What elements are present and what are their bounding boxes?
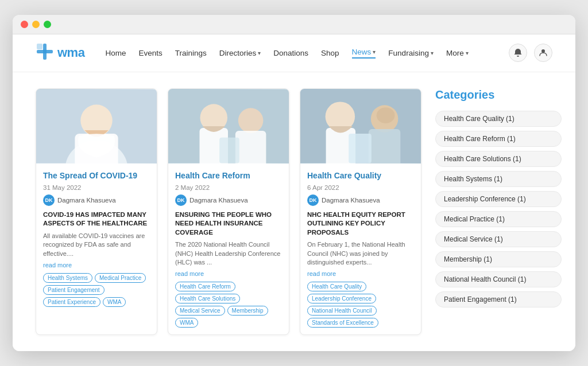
svg-rect-2	[37, 44, 42, 49]
nav-events[interactable]: Events	[138, 49, 162, 57]
svg-point-3	[541, 49, 545, 53]
user-profile-button[interactable]	[534, 44, 552, 62]
chevron-down-icon: ▾	[258, 50, 261, 56]
category-item[interactable]: Leadership Conference (1)	[435, 191, 562, 207]
article-title[interactable]: The Spread Of COVID-19	[43, 170, 150, 181]
close-button[interactable]	[21, 21, 28, 28]
category-item[interactable]: Medical Practice (1)	[435, 211, 562, 227]
navbar: wma Home Events Trainings Directories ▾ …	[13, 34, 575, 72]
author-name: Dagmara Khasueva	[189, 197, 248, 204]
article-title[interactable]: Health Care Reform	[175, 170, 282, 181]
article-date: 31 May 2022	[43, 184, 150, 191]
tag[interactable]: Health Systems	[43, 273, 92, 283]
article-date: 2 May 2022	[175, 184, 282, 191]
read-more-link[interactable]: read more	[307, 270, 414, 277]
tag[interactable]: Health Care Quality	[307, 282, 366, 291]
nav-trainings[interactable]: Trainings	[175, 49, 207, 57]
main-content: The Spread Of COVID-19 31 May 2022 DK Da…	[13, 72, 575, 352]
tag[interactable]: Medical Service	[175, 306, 225, 316]
article-tags: Health Care Quality Leadership Conferenc…	[307, 282, 414, 328]
maximize-button[interactable]	[44, 21, 51, 28]
minimize-button[interactable]	[32, 21, 40, 28]
article-excerpt: On February 1, the National Health Counc…	[307, 240, 414, 267]
nav-directories[interactable]: Directories ▾	[219, 49, 261, 57]
chevron-down-icon: ▾	[431, 50, 434, 56]
article-title[interactable]: Health Care Quality	[307, 170, 414, 181]
author-avatar: DK	[43, 194, 55, 206]
nav-news[interactable]: News ▾	[352, 48, 376, 59]
article-card: Health Care Reform 2 May 2022 DK Dagmara…	[168, 88, 289, 336]
browser-content: wma Home Events Trainings Directories ▾ …	[13, 34, 575, 352]
card-body: Health Care Reform 2 May 2022 DK Dagmara…	[168, 163, 289, 335]
article-tags: Health Systems Medical Practice Patient …	[43, 273, 150, 307]
nav-donations[interactable]: Donations	[273, 49, 308, 57]
chevron-down-icon: ▾	[466, 50, 469, 56]
article-tags: Health Care Reform Health Care Solutions…	[175, 282, 282, 328]
author-name: Dagmara Khasueva	[322, 197, 380, 204]
article-summary: NHC HEALTH EQUITY REPORT OUTLINING KEY P…	[307, 211, 414, 237]
author-avatar: DK	[175, 194, 187, 206]
svg-rect-12	[235, 130, 266, 163]
sidebar: Categories Health Care Quality (1) Healt…	[435, 88, 562, 336]
logo[interactable]: wma	[36, 42, 84, 64]
nav-links: Home Events Trainings Directories ▾ Dona…	[105, 48, 509, 59]
article-image	[168, 89, 289, 163]
chevron-down-icon: ▾	[373, 49, 376, 55]
article-author: DK Dagmara Khasueva	[175, 194, 282, 206]
sidebar-categories-title: Categories	[435, 88, 562, 102]
tag[interactable]: National Health Council	[307, 306, 377, 316]
nav-shop[interactable]: Shop	[321, 49, 339, 57]
nav-fundraising[interactable]: Fundraising ▾	[388, 49, 434, 57]
card-body: Health Care Quality 6 Apr 2022 DK Dagmar…	[300, 163, 421, 335]
svg-rect-1	[37, 50, 53, 53]
notification-button[interactable]	[509, 44, 527, 62]
article-author: DK Dagmara Khasueva	[307, 194, 414, 206]
article-excerpt: The 2020 National Health Council (NHC) H…	[175, 240, 282, 267]
tag[interactable]: WMA	[103, 297, 126, 307]
nav-icons	[509, 44, 552, 62]
category-item[interactable]: Health Care Reform (1)	[435, 131, 562, 147]
category-item[interactable]: National Health Council (1)	[435, 271, 562, 287]
category-item[interactable]: Medical Service (1)	[435, 231, 562, 247]
browser-window: wma Home Events Trainings Directories ▾ …	[13, 15, 575, 352]
tag[interactable]: Patient Experience	[43, 297, 100, 307]
article-image	[300, 89, 421, 163]
article-summary: ENSURING THE PEOPLE WHO NEED HEALTH INSU…	[175, 211, 282, 237]
tag[interactable]: Standards of Excellence	[307, 318, 378, 328]
category-item[interactable]: Health Systems (1)	[435, 171, 562, 187]
article-summary: COVID-19 HAS IMPACTED MANY ASPECTS OF TH…	[43, 211, 150, 228]
article-author: DK Dagmara Khasueva	[43, 194, 150, 206]
tag[interactable]: WMA	[175, 318, 198, 328]
article-image	[36, 89, 157, 163]
tag[interactable]: Membership	[227, 306, 268, 316]
tag[interactable]: Patient Engagement	[43, 285, 105, 295]
tag[interactable]: Leadership Conference	[307, 294, 376, 303]
tag[interactable]: Health Care Reform	[175, 282, 235, 291]
article-card: The Spread Of COVID-19 31 May 2022 DK Da…	[36, 88, 157, 336]
svg-rect-19	[349, 133, 372, 163]
svg-rect-18	[369, 129, 400, 163]
author-avatar: DK	[307, 194, 319, 206]
articles-grid: The Spread Of COVID-19 31 May 2022 DK Da…	[36, 88, 421, 336]
category-item[interactable]: Membership (1)	[435, 251, 562, 267]
svg-point-11	[238, 108, 264, 133]
category-item[interactable]: Health Care Quality (1)	[435, 111, 562, 127]
category-item[interactable]: Health Care Solutions (1)	[435, 151, 562, 167]
svg-rect-13	[219, 137, 239, 163]
author-name: Dagmara Khasueva	[57, 197, 116, 204]
article-date: 6 Apr 2022	[307, 184, 414, 191]
nav-home[interactable]: Home	[105, 49, 126, 57]
tag[interactable]: Medical Practice	[95, 273, 146, 283]
category-item[interactable]: Patient Engagement (1)	[435, 291, 562, 307]
svg-point-20	[377, 107, 395, 123]
article-excerpt: All available COVID-19 vaccines are reco…	[43, 232, 150, 258]
card-body: The Spread Of COVID-19 31 May 2022 DK Da…	[36, 163, 157, 314]
browser-titlebar	[13, 15, 575, 34]
logo-text: wma	[57, 45, 84, 60]
tag[interactable]: Health Care Solutions	[175, 294, 240, 303]
read-more-link[interactable]: read more	[175, 270, 282, 277]
read-more-link[interactable]: read more	[43, 262, 150, 268]
article-card: Health Care Quality 6 Apr 2022 DK Dagmar…	[300, 88, 421, 336]
logo-icon	[36, 42, 54, 64]
nav-more[interactable]: More ▾	[446, 49, 469, 57]
